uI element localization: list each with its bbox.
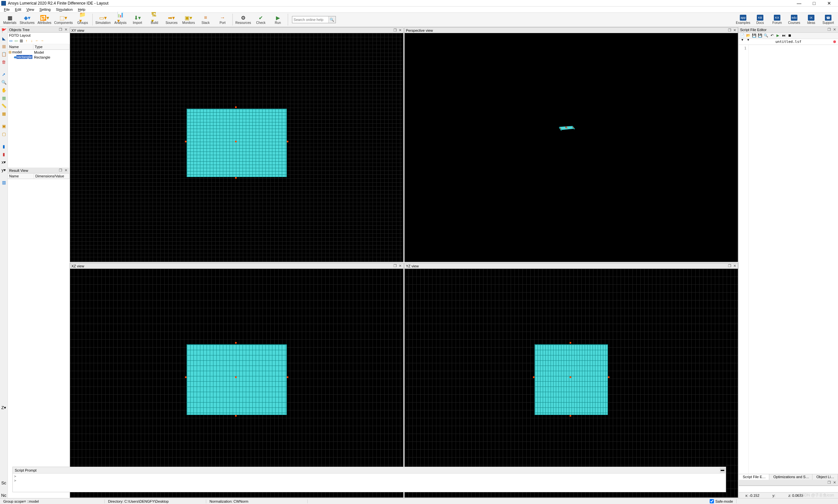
nc-icon[interactable]: Nc	[1, 492, 7, 498]
tree-tool-3[interactable]: ▥	[19, 39, 23, 43]
sources-button[interactable]: ➡▾Sources	[163, 13, 180, 26]
dock-icon[interactable]: ❐	[58, 28, 63, 32]
result-col-name[interactable]: Name	[8, 174, 34, 179]
arrow-up-icon[interactable]: ↑	[24, 39, 29, 43]
copy-icon[interactable]: 📋	[1, 51, 7, 57]
code-area[interactable]	[749, 45, 838, 474]
support-button[interactable]: ☎Support	[820, 13, 837, 26]
simulation-button[interactable]: ▭▾Simulation	[94, 13, 112, 26]
delete-icon[interactable]: 🗑	[1, 59, 7, 65]
minimize-button[interactable]: —	[791, 0, 806, 6]
components-button[interactable]: ⬚▾Components	[53, 13, 74, 26]
tab-object-li[interactable]: Object Li…	[813, 474, 838, 480]
materials-button[interactable]: ▦Materials	[1, 13, 18, 26]
dock-icon[interactable]: ❐	[393, 264, 397, 268]
sc-icon[interactable]: Sc	[1, 480, 7, 486]
arrow-right-icon[interactable]: →	[40, 39, 44, 43]
dock-icon[interactable]: ❐	[393, 28, 397, 32]
step-icon[interactable]: ⏭	[781, 33, 786, 38]
open-file-icon[interactable]: 📂▾	[746, 33, 751, 38]
arrow-left-icon[interactable]: ←	[35, 39, 39, 43]
menu-edit[interactable]: Edit	[13, 7, 24, 12]
safemode-checkbox[interactable]: Safe-mode	[707, 499, 736, 503]
new-file-icon[interactable]: 📄▾	[740, 33, 745, 38]
view2-icon[interactable]: ▢	[1, 131, 7, 137]
script-prompt-close-icon[interactable]: ▬	[720, 468, 725, 473]
close-icon[interactable]: ✕	[398, 28, 402, 32]
ideas-button[interactable]: IXIdeas	[803, 13, 820, 26]
dock-icon[interactable]: ❐	[728, 28, 732, 32]
search-input[interactable]	[292, 18, 328, 22]
arrow-down-icon[interactable]: ↓	[30, 39, 34, 43]
snap-icon[interactable]: ▦	[1, 111, 7, 116]
bar2-icon[interactable]: ▮	[1, 151, 7, 157]
zoom-icon[interactable]: 🔍	[1, 79, 7, 85]
viewport-perspective[interactable]: Perspective view❐✕	[404, 27, 738, 262]
maximize-button[interactable]: □	[806, 0, 822, 6]
run-script-icon[interactable]: ▶	[775, 33, 780, 38]
build-button[interactable]: 🏗▾Build	[146, 13, 163, 26]
tab-script-file[interactable]: Script File E…	[739, 474, 769, 480]
mesh-icon[interactable]: ▦	[1, 95, 7, 101]
bar1-icon[interactable]: ▮	[1, 143, 7, 149]
stop-icon[interactable]: ⏹	[787, 33, 792, 38]
tree-tool-2[interactable]: ▭	[14, 39, 18, 43]
rectangle-shape[interactable]	[535, 344, 608, 415]
editor-body[interactable]: 1	[739, 45, 838, 474]
close-panel-icon[interactable]: ✕	[832, 481, 837, 485]
x-axis-icon[interactable]: x▾	[1, 159, 7, 165]
import-button[interactable]: ⬇▾Import	[129, 13, 146, 26]
save-as-icon[interactable]: 💾	[758, 33, 762, 38]
find-icon[interactable]: 🔍	[764, 33, 768, 38]
triangle-icon[interactable]: ◣	[1, 35, 7, 41]
structures-button[interactable]: ◆▾Structures	[18, 13, 36, 26]
viewport-xz[interactable]: XZ view❐✕	[70, 263, 404, 498]
viewport-xy[interactable]: XY view❐✕	[70, 27, 404, 262]
menu-file[interactable]: File	[1, 7, 13, 12]
close-icon[interactable]: ✕	[398, 264, 402, 268]
viewport-yz[interactable]: YZ view❐✕	[404, 263, 738, 498]
docs-button[interactable]: KBDocs	[752, 13, 769, 26]
safemode-input[interactable]	[710, 499, 714, 503]
chart-icon[interactable]: ▥	[1, 179, 7, 185]
z-script-icon[interactable]: Z▾	[1, 404, 7, 410]
close-panel-icon[interactable]: ✕	[64, 28, 68, 32]
examples-button[interactable]: appExamples	[734, 13, 752, 26]
result-col-dims[interactable]: Dimensions/Value	[34, 174, 69, 179]
tree-tool-1[interactable]: ▭	[8, 39, 13, 43]
tree-row-model[interactable]: ⊞model Model	[8, 50, 69, 55]
attributes-button[interactable]: 🔁▾Attributes	[36, 13, 53, 26]
tree-col-name[interactable]: Name	[8, 44, 33, 50]
dock-icon[interactable]: ❐	[827, 28, 832, 32]
run-button[interactable]: ▶Run	[269, 13, 286, 26]
resources-button[interactable]: ⚙Resources	[234, 13, 252, 26]
dock-icon[interactable]: ❐	[58, 168, 63, 173]
stack-button[interactable]: ≡Stack	[197, 13, 214, 26]
check-button[interactable]: ✔Check	[252, 13, 269, 26]
menu-setting[interactable]: Setting	[37, 7, 53, 12]
search-box[interactable]: 🔍	[292, 16, 336, 23]
grid-icon[interactable]: ▦	[1, 43, 7, 49]
view1-icon[interactable]: ▣	[1, 123, 7, 129]
menu-simulation[interactable]: Simulation	[53, 7, 75, 12]
pointer-icon[interactable]: ➚	[1, 71, 7, 77]
dock-icon[interactable]: ❐	[827, 481, 832, 485]
rectangle-3d-shape[interactable]	[554, 125, 577, 131]
editor-tab[interactable]: untitled.lsf ⊗	[739, 39, 838, 45]
tree-row-rectangle[interactable]: ◆rectangle Rectangle	[8, 55, 69, 59]
flag-icon[interactable]: 🚩	[1, 28, 7, 33]
analysis-button[interactable]: 📊▾Analysis	[112, 13, 129, 26]
search-icon[interactable]: 🔍	[328, 16, 336, 23]
y-axis-icon[interactable]: y▾	[1, 167, 7, 173]
menu-help[interactable]: Help	[75, 7, 88, 12]
port-button[interactable]: →Port	[214, 13, 231, 26]
groups-button[interactable]: 📁▾Groups	[74, 13, 91, 26]
rectangle-shape[interactable]	[186, 109, 286, 177]
save-icon[interactable]: 💾	[752, 33, 756, 38]
undo-icon[interactable]: ↶	[770, 33, 774, 38]
monitors-button[interactable]: ▣▾Monitors	[180, 13, 197, 26]
close-button[interactable]: ✕	[822, 0, 837, 6]
tab-optimizations[interactable]: Optimizations and S…	[769, 474, 813, 480]
ruler-icon[interactable]: 📏	[1, 103, 7, 109]
courses-button[interactable]: eduCourses	[786, 13, 803, 26]
